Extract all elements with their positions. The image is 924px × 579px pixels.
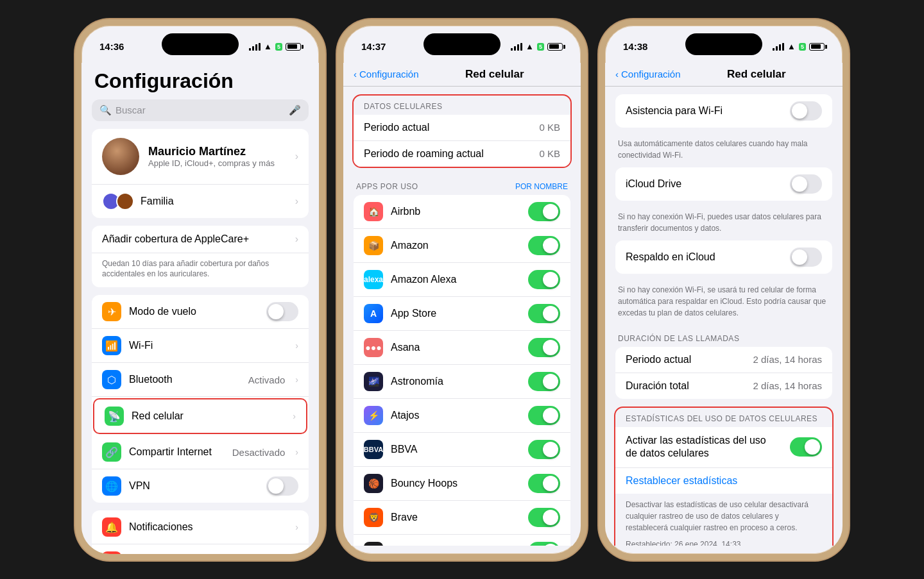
brave-toggle[interactable]: [528, 508, 560, 527]
compartir-icon: 🔗: [102, 442, 121, 462]
p3-content: Asistencia para Wi-Fi Usa automáticament…: [605, 87, 843, 546]
astronomia-toggle[interactable]: [528, 372, 560, 391]
restablecer-desc: Desactivar las estadísticas de uso celul…: [615, 494, 832, 539]
appstore-toggle[interactable]: [528, 304, 560, 323]
back-button-2[interactable]: ‹ Configuración: [354, 69, 419, 80]
time-2: 14:37: [361, 41, 386, 52]
applecare-label: Añadir cobertura de AppleCare+: [102, 233, 290, 245]
config-screen: Configuración 🔍 Buscar 🎤 Mauricio Martín…: [81, 63, 319, 554]
list-item-bbva[interactable]: BBVA BBVA: [354, 433, 570, 467]
asana-toggle[interactable]: [528, 338, 560, 357]
apps-header: APPS POR USO POR NOMBRE: [343, 173, 581, 195]
icloud-toggle[interactable]: [790, 174, 822, 194]
time-1: 14:36: [99, 41, 124, 52]
bouncy-toggle[interactable]: [528, 474, 560, 493]
settings-row-sonidos[interactable]: 🔊 Sonidos y vibración ›: [92, 544, 309, 553]
profile-subtitle: Apple ID, iCloud+, compras y más: [148, 158, 286, 168]
atajos-toggle[interactable]: [528, 406, 560, 425]
icloud-row[interactable]: iCloud Drive: [615, 167, 832, 201]
status-icons-1: ▲ 5: [249, 42, 301, 51]
settings-row-vpn[interactable]: 🌐 VPN: [92, 469, 309, 503]
bluetooth-label: Bluetooth: [129, 374, 241, 385]
time-3: 14:38: [623, 41, 647, 52]
back-button-3[interactable]: ‹ Configuración: [615, 69, 681, 80]
red-chevron: ›: [293, 411, 296, 421]
list-item-asana[interactable]: ●●● Asana: [354, 331, 570, 365]
estadisticas-highlight: ESTADÍSTICAS DEL USO DE DATOS CELULARES …: [614, 407, 834, 546]
compartir-chevron: ›: [295, 447, 298, 457]
bbva-toggle[interactable]: [528, 440, 560, 459]
settings-row-notif[interactable]: 🔔 Notificaciones ›: [92, 510, 309, 544]
search-bar[interactable]: 🔍 Buscar 🎤: [92, 99, 309, 121]
duracion-total-value: 2 días, 14 horas: [753, 380, 822, 391]
appstore-icon: A: [364, 304, 383, 323]
signal-icon-3: [773, 43, 784, 51]
avatar: [102, 138, 139, 175]
wifi-icon-1: ▲: [264, 42, 272, 51]
phone-2: 14:37 ▲ 5 ‹ Configuración Red celular: [337, 19, 587, 560]
settings-row-bluetooth[interactable]: ⬡ Bluetooth Activado ›: [92, 363, 309, 397]
amazon-toggle[interactable]: [528, 236, 560, 255]
familia-avatars: [102, 192, 134, 210]
list-item-appstore[interactable]: A App Store: [354, 297, 570, 331]
asistencia-toggle[interactable]: [790, 101, 822, 121]
list-item-alexa[interactable]: alexa Amazon Alexa: [354, 263, 570, 297]
alexa-icon: alexa: [364, 270, 383, 289]
astronomia-label: Astronomía: [391, 376, 520, 387]
activar-row[interactable]: Activar las estadísticas del uso de dato…: [615, 427, 832, 469]
settings-row-wifi[interactable]: 📶 Wi-Fi ›: [92, 329, 309, 363]
settings-group-2: 🔔 Notificaciones › 🔊 Sonidos y vibración…: [92, 510, 309, 553]
list-item-airbnb[interactable]: 🏠 Airbnb: [354, 195, 570, 229]
list-item-amazon[interactable]: 📦 Amazon: [354, 229, 570, 263]
alexa-toggle[interactable]: [528, 270, 560, 289]
apps-por-nombre-link[interactable]: POR NOMBRE: [515, 182, 568, 191]
list-item-atajos[interactable]: ⚡ Atajos: [354, 399, 570, 433]
settings-row-red[interactable]: 📡 Red celular ›: [94, 399, 306, 433]
icloud-desc: Si no hay conexión Wi-Fi, puedes usar da…: [605, 208, 843, 240]
back-label-3: Configuración: [621, 69, 681, 80]
apps-list: 🏠 Airbnb 📦 Amazon alexa Amazon Alexa: [354, 195, 570, 546]
familia-row[interactable]: Familia ›: [92, 185, 309, 218]
icloud-group: iCloud Drive: [615, 167, 832, 201]
vuelo-icon: ✈: [102, 302, 121, 321]
mic-icon: 🎤: [289, 105, 301, 116]
dynamic-island-3: [685, 33, 762, 55]
settings-row-compartir[interactable]: 🔗 Compartir Internet Desactivado ›: [92, 435, 309, 469]
battery-icon-1: [286, 43, 301, 51]
respaldo-row[interactable]: Respaldo en iCloud: [615, 240, 832, 274]
profile-chevron: ›: [295, 151, 298, 162]
bbva-label: BBVA: [391, 444, 520, 455]
activar-label: Activar las estadísticas del uso de dato…: [626, 434, 782, 461]
list-item-bouncy[interactable]: 🏀 Bouncy Hoops: [354, 467, 570, 501]
profile-row[interactable]: Mauricio Martínez Apple ID, iCloud+, com…: [92, 129, 309, 185]
vuelo-toggle[interactable]: [266, 302, 298, 321]
vpn-toggle[interactable]: [266, 476, 298, 496]
restablecer-link[interactable]: Restablecer estadísticas: [626, 475, 737, 487]
alexa-label: Amazon Alexa: [391, 274, 520, 285]
familia-chevron: ›: [295, 196, 298, 207]
appstore-label: App Store: [391, 308, 520, 319]
list-item-brave[interactable]: 🦁 Brave: [354, 501, 570, 535]
compartir-value: Desactivado: [232, 447, 286, 458]
applecare-note: Quedan 10 días para añadir cobertura por…: [92, 253, 309, 288]
brujula-toggle[interactable]: [528, 542, 560, 546]
settings-row-vuelo[interactable]: ✈ Modo de vuelo: [92, 295, 309, 329]
restablecer-row[interactable]: Restablecer estadísticas: [615, 468, 832, 494]
red-celular-highlight: 📡 Red celular ›: [93, 398, 307, 434]
list-item-astronomia[interactable]: 🌌 Astronomía: [354, 365, 570, 399]
nav-title-3: Red celular: [681, 68, 832, 81]
sonidos-icon: 🔊: [102, 551, 121, 553]
airbnb-toggle[interactable]: [528, 202, 560, 221]
back-chevron-2: ‹: [354, 69, 357, 80]
applecare-row[interactable]: Añadir cobertura de AppleCare+ ›: [92, 226, 309, 253]
periodo-label: Periodo actual: [364, 122, 531, 133]
asistencia-row[interactable]: Asistencia para Wi-Fi: [615, 94, 832, 128]
activar-toggle[interactable]: [790, 437, 822, 457]
scroll-content-2: DATOS CELULARES Periodo actual 0 KB Peri…: [343, 87, 581, 546]
periodo-duracion-value: 2 días, 14 horas: [753, 354, 822, 365]
roaming-row: Periodo de roaming actual 0 KB: [354, 141, 570, 167]
respaldo-toggle[interactable]: [790, 248, 822, 267]
battery-icon-3: [809, 43, 825, 51]
estadisticas-group: Activar las estadísticas del uso de dato…: [615, 427, 832, 494]
list-item-brujula[interactable]: 🧭 Brújula: [354, 535, 570, 546]
